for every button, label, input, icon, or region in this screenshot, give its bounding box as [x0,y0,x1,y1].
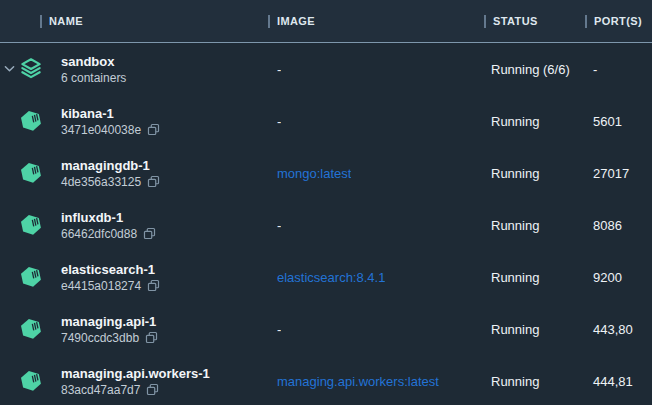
ports-cell: 5601 [585,114,652,129]
status-cell: Running [484,166,585,181]
container-icon [18,368,44,394]
copy-icon[interactable] [147,123,160,136]
table-row[interactable]: managing.api-1 7490ccdc3dbb - Running 44… [0,303,652,355]
table-header: NAME IMAGE STATUS PORT(S) [0,0,652,43]
containers-table: NAME IMAGE STATUS PORT(S) [0,0,652,405]
image-cell: - [268,114,484,129]
status-cell: Running [484,374,585,389]
container-name: influxdb-1 [61,209,156,226]
container-subline: 3471e040038e [61,122,160,138]
container-id: 83acd47aa7d7 [61,382,140,398]
status-cell: Running [484,218,585,233]
table-row[interactable]: kibana-1 3471e040038e - Running 5601 [0,95,652,147]
container-id: e4415a018274 [61,278,141,294]
image-cell: - [268,322,484,337]
copy-icon[interactable] [146,383,159,396]
name-lines: kibana-1 3471e040038e [61,105,160,138]
container-subline: 66462dfc0d88 [61,226,156,242]
container-icon [18,212,44,238]
row-type-icon [18,316,44,342]
image-link[interactable]: elasticsearch:8.4.1 [277,270,385,285]
container-subline: 6 containers [61,70,126,86]
column-header-image[interactable]: IMAGE [268,0,484,42]
table-row[interactable]: elasticsearch-1 e4415a018274 elasticsear… [0,251,652,303]
column-header-status[interactable]: STATUS [484,0,585,42]
table-row[interactable]: influxdb-1 66462dfc0d88 - Running 8086 [0,199,652,251]
container-id: 3471e040038e [61,122,141,138]
ports-text: 8086 [593,218,622,233]
table-row[interactable]: sandbox 6 containers - Running (6/6) - [0,43,652,95]
image-link: - [277,322,281,337]
image-cell: elasticsearch:8.4.1 [268,270,484,285]
row-type-icon [18,160,44,186]
status-text: Running [491,114,539,129]
layers-icon [18,56,44,82]
name-lines: influxdb-1 66462dfc0d88 [61,209,156,242]
row-type-icon [18,212,44,238]
ports-text: 443,80 [593,322,633,337]
copy-icon[interactable] [145,331,158,344]
column-label-ports: PORT(S) [594,15,642,27]
name-cell: sandbox 6 containers [0,43,268,95]
column-label-image: IMAGE [277,15,315,27]
column-divider [484,15,486,28]
copy-icon[interactable] [147,279,160,292]
image-link: - [277,218,281,233]
copy-icon[interactable] [147,175,160,188]
copy-icon[interactable] [143,227,156,240]
image-cell: managing.api.workers:latest [268,374,484,389]
container-name: managing.api.workers-1 [61,365,210,382]
status-cell: Running [484,114,585,129]
name-lines: sandbox 6 containers [61,53,126,86]
row-type-icon [18,264,44,290]
column-header-ports[interactable]: PORT(S) [585,0,652,42]
image-link[interactable]: mongo:latest [277,166,351,181]
status-text: Running [491,374,539,389]
container-id: 6 containers [61,70,126,86]
image-link: - [277,114,281,129]
container-name: managingdb-1 [61,157,160,174]
status-text: Running (6/6) [491,62,570,77]
container-name: managing.api-1 [61,313,158,330]
container-subline: 4de356a33125 [61,174,160,190]
image-link[interactable]: managing.api.workers:latest [277,374,439,389]
image-cell: mongo:latest [268,166,484,181]
table-body: sandbox 6 containers - Running (6/6) - [0,43,652,405]
ports-cell: 444,81 [585,374,652,389]
status-text: Running [491,218,539,233]
name-lines: managing.api-1 7490ccdc3dbb [61,313,158,346]
name-cell: managingdb-1 4de356a33125 [0,147,268,199]
name-cell: influxdb-1 66462dfc0d88 [0,199,268,251]
table-row[interactable]: managing.api.workers-1 83acd47aa7d7 mana… [0,355,652,405]
container-id: 66462dfc0d88 [61,226,137,242]
container-subline: 7490ccdc3dbb [61,330,158,346]
container-name: sandbox [61,53,126,70]
image-cell: - [268,218,484,233]
image-link: - [277,62,281,77]
name-cell: managing.api-1 7490ccdc3dbb [0,303,268,355]
status-text: Running [491,270,539,285]
container-icon [18,160,44,186]
ports-text: 27017 [593,166,629,181]
status-cell: Running [484,270,585,285]
name-cell: elasticsearch-1 e4415a018274 [0,251,268,303]
chevron-down-icon[interactable] [0,65,18,73]
row-type-icon [18,108,44,134]
container-icon [18,264,44,290]
container-id: 7490ccdc3dbb [61,330,139,346]
column-label-name: NAME [49,15,83,27]
name-cell: kibana-1 3471e040038e [0,95,268,147]
ports-text: 444,81 [593,374,633,389]
column-divider [268,15,270,28]
column-header-name[interactable]: NAME [0,0,268,42]
ports-cell: 9200 [585,270,652,285]
container-icon [18,108,44,134]
table-row[interactable]: managingdb-1 4de356a33125 mongo:latest R… [0,147,652,199]
ports-cell: 8086 [585,218,652,233]
status-cell: Running (6/6) [484,62,585,77]
name-lines: managingdb-1 4de356a33125 [61,157,160,190]
row-type-icon [18,56,44,82]
image-cell: - [268,62,484,77]
container-name: kibana-1 [61,105,160,122]
ports-text: 5601 [593,114,622,129]
